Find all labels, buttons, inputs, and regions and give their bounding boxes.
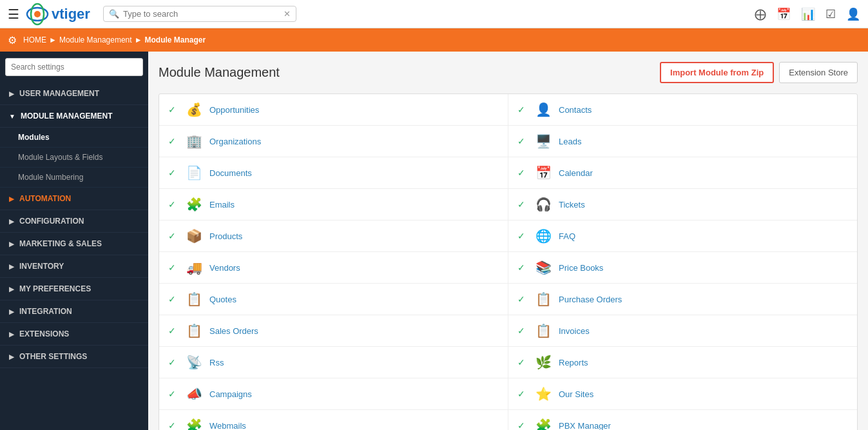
module-check-left-0: ✓: [168, 104, 178, 115]
chevron-right-icon-config: ▶: [9, 218, 14, 225]
module-link-left-7[interactable]: Sales Orders: [209, 326, 258, 336]
calendar-icon[interactable]: 📅: [776, 7, 791, 21]
module-link-right-3[interactable]: Tickets: [559, 200, 585, 210]
module-cell-right-9: ✓ ⭐ Our Sites: [508, 378, 857, 409]
module-icon-right-8: 🌿: [534, 353, 552, 371]
module-link-left-6[interactable]: Quotes: [209, 295, 236, 304]
chevron-right-icon-integration: ▶: [9, 308, 14, 315]
sidebar-sub-layouts[interactable]: Module Layouts & Fields: [0, 148, 148, 168]
module-link-left-2[interactable]: Documents: [209, 168, 252, 178]
module-icon-right-5: 📚: [534, 259, 552, 277]
sidebar-item-integration[interactable]: ▶ INTEGRATION: [0, 300, 148, 323]
table-row: ✓ 🚚 Vendors ✓ 📚 Price Books: [159, 252, 857, 284]
module-cell-right-8: ✓ 🌿 Reports: [508, 347, 857, 378]
sidebar-item-user-management[interactable]: ▶ USER MANAGEMENT: [0, 83, 148, 105]
module-icon-right-0: 👤: [534, 101, 552, 119]
module-check-left-3: ✓: [168, 199, 178, 210]
module-link-left-8[interactable]: Rss: [209, 358, 224, 367]
module-link-right-2[interactable]: Calendar: [559, 168, 593, 178]
chevron-right-icon-ext: ▶: [9, 331, 14, 338]
module-cell-right-2: ✓ 📅 Calendar: [508, 157, 857, 188]
table-row: ✓ 📄 Documents ✓ 📅 Calendar: [159, 157, 857, 189]
breadcrumb-home[interactable]: HOME: [23, 35, 46, 44]
module-check-right-5: ✓: [517, 262, 528, 273]
module-link-right-6[interactable]: Purchase Orders: [559, 295, 622, 304]
chevron-right-icon-automation: ▶: [9, 195, 14, 202]
chevron-right-icon-other: ▶: [9, 353, 14, 360]
table-row: ✓ 🧩 Webmails ✓ 🧩 PBX Manager: [159, 410, 857, 430]
module-link-left-0[interactable]: Opportunities: [209, 105, 259, 115]
chart-icon[interactable]: 📊: [801, 7, 815, 21]
module-cell-right-5: ✓ 📚 Price Books: [508, 252, 857, 283]
search-bar[interactable]: 🔍 ✕: [103, 6, 296, 22]
module-link-right-1[interactable]: Leads: [559, 137, 581, 146]
chevron-down-icon: ▼: [9, 113, 15, 120]
module-icon-right-6: 📋: [534, 290, 552, 308]
table-row: ✓ 📦 Products ✓ 🌐 FAQ: [159, 220, 857, 252]
logo-text: vtiger: [52, 6, 90, 23]
content-area: Module Management Import Module from Zip…: [148, 52, 868, 430]
svg-point-2: [34, 11, 41, 17]
sidebar-item-configuration[interactable]: ▶ CONFIGURATION: [0, 210, 148, 233]
module-cell-left-9: ✓ 📣 Campaigns: [159, 378, 508, 409]
module-grid: ✓ 💰 Opportunities ✓ 👤 Contacts ✓ 🏢 Organ…: [159, 93, 858, 430]
sidebar-search-input[interactable]: [5, 58, 143, 76]
module-icon-left-2: 📄: [185, 164, 203, 182]
module-icon-left-8: 📡: [185, 353, 203, 371]
module-check-right-9: ✓: [517, 389, 528, 399]
import-module-button[interactable]: Import Module from Zip: [660, 62, 774, 83]
table-row: ✓ 📋 Sales Orders ✓ 📋 Invoices: [159, 315, 857, 347]
extension-store-button[interactable]: Extension Store: [779, 62, 858, 83]
module-link-right-0[interactable]: Contacts: [559, 105, 592, 115]
topbar: ☰ vtiger 🔍 ✕ ⨁ 📅 📊 ☑ 👤: [0, 0, 868, 28]
module-link-right-4[interactable]: FAQ: [559, 231, 575, 241]
clear-search-icon[interactable]: ✕: [284, 9, 291, 19]
module-icon-right-2: 📅: [534, 164, 552, 182]
module-link-left-5[interactable]: Vendors: [209, 263, 240, 273]
add-icon[interactable]: ⨁: [755, 7, 766, 21]
module-icon-left-7: 📋: [185, 322, 203, 340]
sidebar-sub-modules[interactable]: Modules: [0, 128, 148, 148]
sidebar-item-module-management[interactable]: ▼ MODULE MANAGEMENT: [0, 105, 148, 128]
module-link-right-9[interactable]: Our Sites: [559, 389, 593, 399]
module-check-left-10: ✓: [168, 420, 178, 430]
sidebar: ▶ USER MANAGEMENT ▼ MODULE MANAGEMENT Mo…: [0, 52, 148, 430]
module-check-left-8: ✓: [168, 357, 178, 367]
topbar-actions: ⨁ 📅 📊 ☑ 👤: [755, 7, 860, 21]
sidebar-sub-numbering[interactable]: Module Numbering: [0, 168, 148, 188]
sidebar-item-other[interactable]: ▶ OTHER SETTINGS: [0, 346, 148, 368]
module-cell-right-10: ✓ 🧩 PBX Manager: [508, 410, 857, 430]
module-cell-left-2: ✓ 📄 Documents: [159, 157, 508, 188]
breadcrumb-bar: ⚙ HOME ► Module Management ► Module Mana…: [0, 28, 868, 52]
user-icon[interactable]: 👤: [846, 7, 860, 21]
module-link-left-1[interactable]: Organizations: [209, 137, 261, 146]
module-cell-right-1: ✓ 🖥️ Leads: [508, 126, 857, 157]
module-check-left-5: ✓: [168, 262, 178, 273]
sidebar-item-inventory[interactable]: ▶ INVENTORY: [0, 255, 148, 278]
table-row: ✓ 📋 Quotes ✓ 📋 Purchase Orders: [159, 284, 857, 315]
module-link-right-5[interactable]: Price Books: [559, 263, 603, 273]
module-icon-right-7: 📋: [534, 322, 552, 340]
check-icon[interactable]: ☑: [825, 7, 836, 21]
module-icon-left-5: 🚚: [185, 259, 203, 277]
module-cell-left-8: ✓ 📡 Rss: [159, 347, 508, 378]
sidebar-item-preferences[interactable]: ▶ MY PREFERENCES: [0, 278, 148, 300]
search-input[interactable]: [123, 9, 284, 19]
module-link-right-7[interactable]: Invoices: [559, 326, 590, 336]
module-link-right-8[interactable]: Reports: [559, 358, 588, 367]
table-row: ✓ 📣 Campaigns ✓ ⭐ Our Sites: [159, 378, 857, 410]
menu-icon[interactable]: ☰: [8, 6, 19, 22]
module-icon-right-1: 🖥️: [534, 132, 552, 150]
module-cell-left-10: ✓ 🧩 Webmails: [159, 410, 508, 430]
sidebar-item-automation[interactable]: ▶ AUTOMATION: [0, 188, 148, 210]
module-link-left-10[interactable]: Webmails: [209, 421, 246, 431]
module-link-left-4[interactable]: Products: [209, 231, 242, 241]
module-link-left-3[interactable]: Emails: [209, 200, 235, 210]
module-link-right-10[interactable]: PBX Manager: [559, 421, 611, 431]
module-link-left-9[interactable]: Campaigns: [209, 389, 252, 399]
sidebar-item-extensions[interactable]: ▶ EXTENSIONS: [0, 323, 148, 346]
sidebar-item-marketing[interactable]: ▶ MARKETING & SALES: [0, 233, 148, 255]
module-check-left-7: ✓: [168, 326, 178, 336]
module-check-right-8: ✓: [517, 357, 528, 367]
breadcrumb-module-management[interactable]: Module Management: [59, 35, 132, 44]
